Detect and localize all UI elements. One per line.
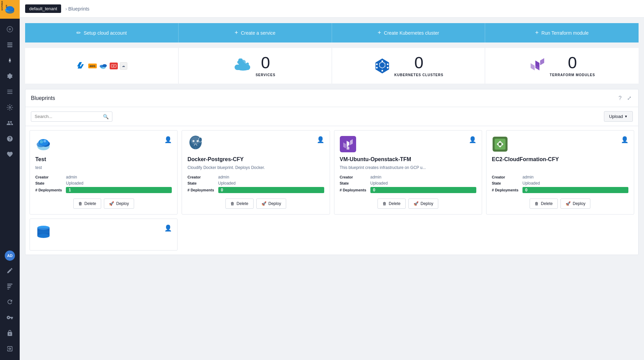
search-input-wrap: 🔍 [31, 112, 112, 122]
sidebar-item-person-group[interactable] [0, 115, 20, 131]
delete-postgres-button[interactable]: 🗑 Delete [225, 199, 254, 209]
sidebar-item-list2[interactable] [0, 278, 20, 294]
cloudify-mini-icon [99, 63, 108, 69]
blueprint-card-postgres: 👤 Docker-Postgres-CFY Cloudify Docker bl… [182, 130, 330, 215]
deploy-postgres-button[interactable]: 🚀 Deploy [256, 199, 286, 209]
create-service-button[interactable]: + Create a service [179, 23, 332, 42]
creator-label-pg: Creator [187, 175, 214, 179]
card-test-desc: test [35, 165, 172, 171]
create-k8s-button[interactable]: + Create Kubernetes cluster [332, 23, 485, 42]
stat-terraform: 0 TERRAFORM MODULES [485, 48, 639, 84]
sidebar-item-rocket[interactable] [0, 53, 20, 68]
other-cloud-icon: ☁ [120, 62, 127, 70]
svg-point-13 [9, 107, 11, 108]
avatar[interactable]: AD [5, 251, 15, 261]
svg-point-25 [376, 63, 378, 65]
state-label-ec2: State [492, 181, 518, 185]
setup-cloud-label: Setup cloud account [84, 30, 127, 36]
svg-point-9 [9, 60, 10, 61]
services-count: 0 [261, 55, 270, 71]
content-area: ✏ Setup cloud account + Create a service… [20, 18, 644, 360]
sidebar-item-heart[interactable] [0, 147, 20, 162]
sidebar-item-key[interactable] [0, 310, 20, 325]
sidebar-item-refresh[interactable] [0, 294, 20, 310]
setup-cloud-button[interactable]: ✏ Setup cloud account [25, 23, 179, 42]
sidebar-item-exit[interactable] [0, 341, 20, 357]
card-ec2-actions: 🗑 Delete 🚀 Deploy [492, 199, 628, 209]
svg-point-23 [381, 60, 383, 62]
blueprint-card-vm: 👤 VM-Ubuntu-Openstack-TFM This blueprint… [334, 130, 482, 215]
svg-rect-14 [7, 284, 13, 285]
plus-icon-terraform: + [535, 29, 539, 36]
svg-point-28 [387, 67, 388, 68]
services-label: SERVICES [256, 73, 275, 77]
kubernetes-count: 0 [415, 55, 424, 71]
aws-badge: aws [88, 64, 97, 68]
svg-rect-42 [499, 143, 501, 145]
delete-label-ec2: Delete [541, 201, 553, 206]
delete-test-button[interactable]: 🗑 Delete [73, 199, 102, 209]
deploy-vm-button[interactable]: 🚀 Deploy [408, 199, 438, 209]
create-k8s-label: Create Kubernetes cluster [384, 30, 439, 36]
sidebar-item-gear[interactable] [0, 68, 20, 84]
svg-rect-16 [7, 287, 11, 288]
delete-label-pg: Delete [237, 201, 249, 206]
card-vm-actions: 🗑 Delete 🚀 Deploy [340, 199, 476, 209]
delete-vm-button[interactable]: 🗑 Delete [378, 199, 406, 209]
state-value-pg: Uploaded [218, 181, 324, 186]
trash-icon-ec2: 🗑 [535, 201, 539, 206]
database-icon [35, 224, 52, 241]
trash-icon-vm: 🗑 [383, 201, 387, 206]
sidebar-bottom: AD [0, 248, 20, 360]
card-test-meta: Creator admin State Uploaded # Deploymen… [35, 175, 172, 193]
delete-ec2-button[interactable]: 🗑 Delete [530, 199, 558, 209]
sidebar-item-layers[interactable] [0, 37, 20, 53]
deploy-label-vm: Deploy [421, 201, 433, 206]
svg-point-38 [197, 140, 199, 142]
card-db-header: 👤 [35, 224, 172, 241]
blueprints-grid-row2: 👤 [25, 219, 638, 255]
user-icon-vm: 👤 [469, 136, 476, 143]
svg-point-45 [37, 234, 50, 238]
services-stat: 0 SERVICES [256, 55, 275, 77]
state-value-test: Uploaded [66, 181, 172, 186]
tenant-badge[interactable]: default_tenant [25, 4, 61, 13]
sidebar-item-question[interactable] [0, 131, 20, 147]
pencil-icon: ✏ [76, 30, 81, 36]
card-vm-header: 👤 [340, 136, 476, 152]
svg-point-27 [376, 67, 378, 68]
delete-label-vm: Delete [389, 201, 401, 206]
sidebar-item-lock[interactable] [0, 325, 20, 341]
sidebar-item-pencil[interactable] [0, 263, 20, 278]
card-test-name: Test [35, 156, 172, 162]
creator-label-ec2: Creator [492, 175, 518, 179]
card-ec2-desc [492, 165, 628, 171]
svg-rect-11 [7, 91, 13, 92]
fullscreen-button[interactable]: ⤢ [626, 94, 633, 102]
postgres-icon [187, 136, 204, 152]
stat-cloud-accounts: aws ☁ [25, 48, 179, 84]
state-value-vm: Uploaded [370, 181, 476, 186]
upload-button[interactable]: Upload ▼ [604, 111, 633, 122]
terraform-count: 0 [568, 55, 577, 71]
svg-rect-15 [7, 286, 12, 287]
services-icon [235, 57, 252, 75]
user-icon-ec2: 👤 [621, 136, 628, 143]
state-value-ec2: Uploaded [522, 181, 628, 186]
sidebar-item-list[interactable] [0, 84, 20, 100]
rocket-icon-vm: 🚀 [413, 201, 419, 206]
run-terraform-button[interactable]: + Run Terraform module [485, 23, 639, 42]
dropdown-chevron-icon: ▼ [624, 115, 628, 118]
deploy-test-button[interactable]: 🚀 Deploy [104, 199, 134, 209]
sidebar-item-settings[interactable] [0, 100, 20, 115]
svg-point-33 [40, 140, 43, 143]
sidebar: EXPIRED EXPIRED AD [0, 0, 20, 360]
rocket-icon-ec2: 🚀 [566, 201, 571, 206]
sidebar-item-dashboard[interactable] [0, 21, 20, 37]
sidebar-logo[interactable]: EXPIRED EXPIRED [0, 0, 20, 19]
deploy-label-ec2: Deploy [573, 201, 585, 206]
deploy-ec2-button[interactable]: 🚀 Deploy [560, 199, 590, 209]
card-vm-meta: Creator admin State Uploaded # Deploymen… [340, 175, 476, 193]
search-input[interactable] [35, 114, 103, 119]
help-button[interactable]: ? [617, 95, 623, 102]
